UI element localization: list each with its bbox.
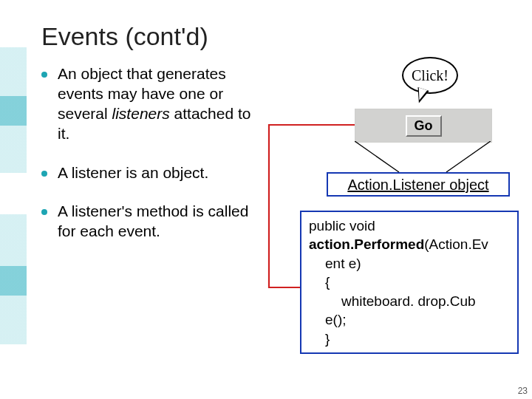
bullet-3: A listener's method is called for each e… xyxy=(41,202,263,242)
code-box: public void action.Performed(Action.Ev e… xyxy=(300,211,519,354)
bullet-2: A listener is an object. xyxy=(41,163,263,183)
listener-object-box: Action.Listener object xyxy=(327,172,510,197)
code-line-4: whiteboard. drop.Cub xyxy=(309,292,513,310)
code-line-3: { xyxy=(309,273,513,291)
bullet-list: An object that generates events may have… xyxy=(41,64,263,375)
svg-line-0 xyxy=(355,141,399,172)
slide: Events (cont'd) An object that generates… xyxy=(41,22,522,392)
code-l1c: (Action.Ev xyxy=(424,236,488,252)
code-line-1: public void action.Performed(Action.Ev xyxy=(309,216,513,254)
listener-object-label: Action.Listener object xyxy=(347,177,488,193)
slide-title: Events (cont'd) xyxy=(41,22,522,51)
code-line-6: } xyxy=(309,330,513,348)
click-label: Click! xyxy=(412,67,449,84)
go-button[interactable]: Go xyxy=(406,115,442,137)
click-callout: Click! xyxy=(402,57,458,94)
page-number: 23 xyxy=(518,386,528,396)
decorative-strip xyxy=(0,0,27,399)
code-line-5: e(); xyxy=(309,310,513,329)
code-l1a: public void xyxy=(309,218,375,233)
svg-line-1 xyxy=(446,141,491,172)
code-l1b: action.Performed xyxy=(309,236,424,252)
slide-body: An object that generates events may have… xyxy=(41,64,522,375)
bullet-1-em: listeners xyxy=(112,105,170,122)
code-line-2: ent e) xyxy=(309,254,513,273)
diagram: Click! Go Action.Listener object public … xyxy=(269,64,505,375)
bullet-1: An object that generates events may have… xyxy=(41,64,263,144)
go-button-panel: Go xyxy=(355,109,492,143)
funnel-lines xyxy=(355,141,491,174)
